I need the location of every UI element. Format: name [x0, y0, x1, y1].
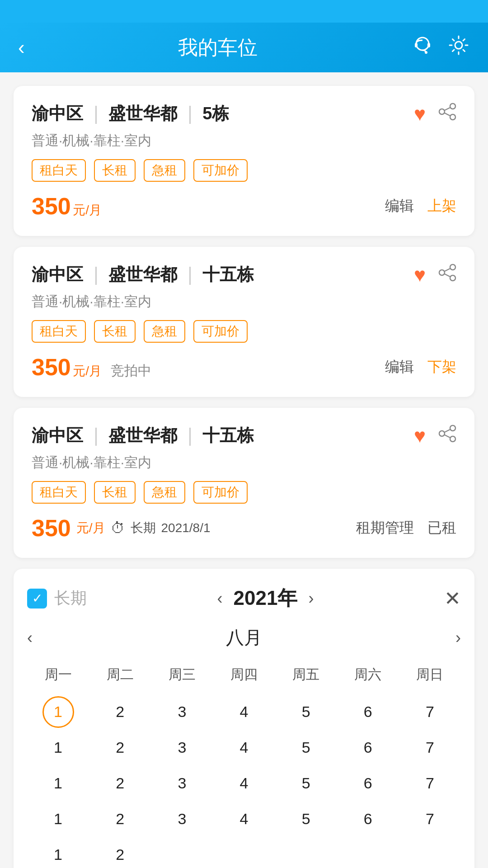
- prev-year-button[interactable]: ‹: [217, 589, 223, 608]
- cal-day-10[interactable]: 3: [151, 730, 213, 765]
- main-content: 渝中区 盛世华都 5栋 ♥ 普通·机械·靠柱·: [0, 72, 488, 868]
- favorite-icon-2[interactable]: ♥: [414, 264, 426, 286]
- card-3-title: 渝中区 盛世华都 十五栋: [32, 424, 254, 447]
- edit-button-2[interactable]: 编辑: [385, 357, 414, 377]
- publish-button-1[interactable]: 上架: [427, 196, 456, 216]
- cal-day-25[interactable]: 4: [213, 801, 275, 837]
- cal-day-30[interactable]: 2: [89, 837, 151, 868]
- weekday-mon: 周一: [27, 661, 89, 689]
- share-icon[interactable]: [438, 103, 456, 125]
- cal-day-24[interactable]: 3: [151, 801, 213, 837]
- support-icon[interactable]: [411, 34, 434, 61]
- favorite-icon-3[interactable]: ♥: [414, 425, 426, 447]
- clock-icon: ⏱: [111, 520, 125, 537]
- weekday-sun: 周日: [399, 661, 461, 689]
- tag3-long-rent: 长租: [94, 481, 136, 504]
- card-3-footer: 350 元/月 ⏱ 长期 2021/8/1 租期管理 已租: [32, 514, 456, 542]
- parking-card-3: 渝中区 盛世华都 十五栋 ♥ 普通·机械·靠柱: [14, 408, 474, 558]
- cal-day-20[interactable]: 6: [337, 765, 399, 801]
- next-month-button[interactable]: ›: [455, 628, 461, 647]
- cal-day-18[interactable]: 4: [213, 765, 275, 801]
- cal-day-7[interactable]: 7: [399, 694, 461, 730]
- cal-day-5[interactable]: 5: [275, 694, 337, 730]
- cal-day-28[interactable]: 7: [399, 801, 461, 837]
- parking-card-1: 渝中区 盛世华都 5栋 ♥ 普通·机械·靠柱·: [14, 86, 474, 236]
- tag3-price-add: 可加价: [193, 481, 248, 504]
- svg-line-9: [445, 113, 450, 116]
- favorite-icon[interactable]: ♥: [414, 103, 426, 125]
- tag2-long-rent: 长租: [94, 320, 136, 343]
- calendar-top-row: ✓ 长期 ‹ 2021年 › ✕: [27, 585, 461, 612]
- card-2-footer: 350 元/月 竞拍中 编辑 下架: [32, 354, 456, 381]
- cal-day-12[interactable]: 5: [275, 730, 337, 765]
- svg-point-11: [439, 270, 445, 275]
- share-icon-2[interactable]: [438, 264, 456, 286]
- cal-day-33: [275, 837, 337, 868]
- cal-day-3[interactable]: 3: [151, 694, 213, 730]
- cal-day-31: [151, 837, 213, 868]
- edit-button-1[interactable]: 编辑: [385, 196, 414, 216]
- cal-day-34: [337, 837, 399, 868]
- cal-day-26[interactable]: 5: [275, 801, 337, 837]
- divider5: [95, 428, 97, 446]
- calendar-grid: 1 2 3 4 5 6 7 1 2 3 4 5 6 7 1 2 3 4 5 6 …: [27, 694, 461, 868]
- cal-day-17[interactable]: 3: [151, 765, 213, 801]
- tag2-urgent-rent: 急租: [144, 320, 185, 343]
- cal-day-35: [399, 837, 461, 868]
- svg-point-4: [455, 42, 462, 49]
- weekday-sat: 周六: [337, 661, 399, 689]
- svg-point-15: [450, 425, 455, 431]
- auction-badge: 竞拍中: [111, 363, 151, 378]
- status-bar: [0, 0, 488, 23]
- next-year-button[interactable]: ›: [308, 589, 314, 608]
- cal-day-27[interactable]: 6: [337, 801, 399, 837]
- weekday-thu: 周四: [213, 661, 275, 689]
- svg-line-18: [445, 429, 450, 432]
- cal-day-1[interactable]: 1: [27, 694, 89, 730]
- month-row: ‹ 八月 ›: [27, 625, 461, 650]
- card-3-actions: 租期管理 已租: [356, 518, 456, 538]
- calendar-year: 2021年: [234, 585, 298, 612]
- period-checkbox[interactable]: ✓: [27, 589, 47, 609]
- svg-point-0: [416, 38, 429, 50]
- calendar-close-button[interactable]: ✕: [444, 587, 461, 610]
- cal-day-21[interactable]: 7: [399, 765, 461, 801]
- cal-day-19[interactable]: 5: [275, 765, 337, 801]
- svg-point-3: [425, 51, 427, 54]
- parking-card-2: 渝中区 盛世华都 十五栋 ♥ 普通·机械·靠柱: [14, 247, 474, 397]
- card-1-icons: ♥: [414, 103, 456, 125]
- svg-line-14: [445, 274, 450, 277]
- card-1-title: 渝中区 盛世华都 5栋: [32, 102, 229, 125]
- prev-month-button[interactable]: ‹: [27, 628, 33, 647]
- card-3-header: 渝中区 盛世华都 十五栋 ♥: [32, 424, 456, 447]
- cal-day-9[interactable]: 2: [89, 730, 151, 765]
- cal-day-15[interactable]: 1: [27, 765, 89, 801]
- cal-day-29[interactable]: 1: [27, 837, 89, 868]
- unpublish-button-2[interactable]: 下架: [427, 357, 456, 377]
- card-2-header: 渝中区 盛世华都 十五栋 ♥: [32, 263, 456, 286]
- cal-day-23[interactable]: 2: [89, 801, 151, 837]
- cal-day-14[interactable]: 7: [399, 730, 461, 765]
- svg-line-19: [445, 435, 450, 438]
- cal-day-2[interactable]: 2: [89, 694, 151, 730]
- settings-icon[interactable]: [447, 34, 470, 61]
- weekday-headers: 周一 周二 周三 周四 周五 周六 周日: [27, 661, 461, 689]
- card-1-header: 渝中区 盛世华都 5栋 ♥: [32, 102, 456, 125]
- cal-day-22[interactable]: 1: [27, 801, 89, 837]
- cal-day-11[interactable]: 4: [213, 730, 275, 765]
- svg-point-6: [439, 109, 445, 114]
- cal-day-6[interactable]: 6: [337, 694, 399, 730]
- weekday-tue: 周二: [89, 661, 151, 689]
- svg-line-13: [445, 269, 450, 271]
- tag2-day-rent: 租白天: [32, 320, 86, 343]
- cal-day-16[interactable]: 2: [89, 765, 151, 801]
- cal-day-13[interactable]: 6: [337, 730, 399, 765]
- cal-day-8[interactable]: 1: [27, 730, 89, 765]
- svg-point-5: [450, 104, 455, 109]
- card-3-subtitle: 普通·机械·靠柱·室内: [32, 453, 456, 472]
- manage-period-button[interactable]: 租期管理: [356, 518, 414, 538]
- tag3-day-rent: 租白天: [32, 481, 86, 504]
- cal-day-4[interactable]: 4: [213, 694, 275, 730]
- share-icon-3[interactable]: [438, 425, 456, 447]
- back-button[interactable]: ‹: [18, 36, 25, 59]
